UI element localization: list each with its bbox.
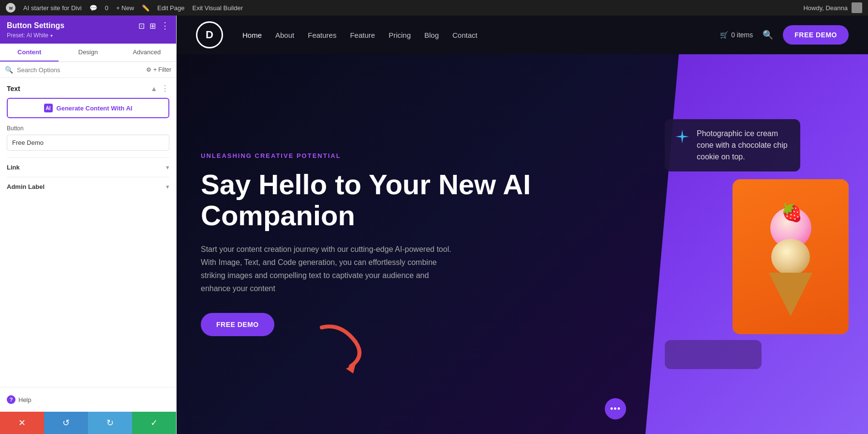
tab-advanced[interactable]: Advanced [118,44,176,62]
settings-sidebar: Button Settings ⊡ ⊞ ⋮ Preset: AI White ▾… [0,16,177,434]
content-area: D Home About Features Feature Pricing Bl… [177,16,868,434]
search-area: 🔍 ⚙ + Filter [0,62,176,78]
settings-tabs: Content Design Advanced [0,44,176,62]
help-label[interactable]: Help [18,396,31,403]
admin-label-section: Admin Label ▾ [7,177,169,196]
tab-content[interactable]: Content [0,44,59,62]
ai-tooltip: Photographic ice cream cone with a choco… [665,119,800,171]
cart-icon: 🛒 [720,31,728,39]
hero-tagline: UNLEASHING CREATIVE POTENTIAL [201,152,621,159]
site-navigation: D Home About Features Feature Pricing Bl… [177,16,868,54]
hero-title: Say Hello to Your New AI Companion [201,169,621,231]
wp-admin-bar: W AI starter site for Divi 💬 0 + New ✏️ … [0,0,868,16]
edit-page-icon: ✏️ [142,4,150,12]
site-name[interactable]: AI starter site for Divi [23,4,82,12]
preset-chevron-icon: ▾ [50,33,53,38]
text-section-header: Text ▲ ⋮ [7,84,169,93]
user-avatar [852,2,862,13]
bottom-placeholder-card [665,340,762,369]
hero-right: Photographic ice cream cone with a choco… [645,54,868,434]
new-button[interactable]: + New [116,4,134,12]
link-section-header[interactable]: Link ▾ [7,164,169,171]
nav-blog[interactable]: Blog [424,31,439,39]
strawberry-icon: 🍓 [781,202,803,223]
user-menu[interactable]: Howdy, Deanna [803,2,862,13]
preset-selector[interactable]: Preset: AI White ▾ [7,32,169,39]
arrow-decoration [312,318,370,376]
ai-tooltip-text: Photographic ice cream cone with a choco… [697,128,791,163]
hero-section: UNLEASHING CREATIVE POTENTIAL Say Hello … [177,54,868,434]
button-field-group: Button [7,125,169,157]
undo-icon: ↺ [62,418,70,428]
text-section-title: Text [7,85,20,93]
nav-links: Home About Features Feature Pricing Blog… [242,31,720,39]
nav-pricing[interactable]: Pricing [389,31,411,39]
search-icon[interactable]: 🔍 [763,30,773,40]
cancel-button[interactable]: ✕ [0,412,44,434]
wp-logo-icon[interactable]: W [6,3,15,13]
svg-text:W: W [9,6,13,11]
floating-menu-button[interactable]: ••• [605,398,626,419]
comment-count[interactable]: 0 [105,4,108,12]
admin-label-header[interactable]: Admin Label ▾ [7,183,169,190]
sidebar-header: Button Settings ⊡ ⊞ ⋮ Preset: AI White ▾ [0,16,176,44]
nav-right: 🛒 0 items 🔍 FREE DEMO [720,25,849,45]
link-section: Link ▾ [7,157,169,177]
button-text-input[interactable] [7,135,169,151]
resize-icon[interactable]: ⊡ [138,21,145,31]
layout-icon[interactable]: ⊞ [150,21,156,31]
confirm-button[interactable]: ✓ [132,412,176,434]
tab-design[interactable]: Design [59,44,117,62]
nav-feature[interactable]: Feature [350,31,375,39]
search-icon: 🔍 [5,66,13,74]
ice-cream-card: 🍓 [733,179,849,334]
cancel-icon: ✕ [18,418,26,428]
redo-button[interactable]: ↻ [88,412,132,434]
howdy-label: Howdy, Deanna [803,4,848,12]
free-demo-nav-button[interactable]: FREE DEMO [783,25,849,45]
search-input[interactable] [17,66,142,74]
bottom-action-bar: ✕ ↺ ↻ ✓ [0,412,176,434]
site-logo[interactable]: D [196,21,223,48]
hero-description: Start your content creation journey with… [201,243,452,295]
undo-button[interactable]: ↺ [44,412,88,434]
hero-left: UNLEASHING CREATIVE POTENTIAL Say Hello … [177,54,645,434]
text-section-collapse-icon[interactable]: ▲ [150,85,157,93]
admin-label-title: Admin Label [7,183,45,190]
exit-builder-button[interactable]: Exit Visual Builder [192,4,243,12]
cart-button[interactable]: 🛒 0 items [720,31,753,39]
filter-icon: ⚙ [146,66,151,73]
header-icon-group: ⊡ ⊞ ⋮ [138,20,169,31]
admin-label-chevron-icon: ▾ [166,183,169,190]
text-section-options-icon[interactable]: ⋮ [161,84,169,93]
nav-about[interactable]: About [275,31,294,39]
nav-contact[interactable]: Contact [452,31,478,39]
ai-star-icon [674,129,690,148]
button-field-label: Button [7,125,169,132]
ai-icon: AI [44,104,53,112]
edit-page-button[interactable]: Edit Page [157,4,184,12]
cart-count: 0 items [731,31,753,39]
help-section: ? Help [0,387,176,412]
help-icon: ? [7,395,15,404]
more-options-icon[interactable]: ⋮ [161,20,169,31]
nav-home[interactable]: Home [242,31,262,39]
filter-button[interactable]: ⚙ + Filter [146,66,171,73]
hero-card: Photographic ice cream cone with a choco… [655,109,858,379]
dots-icon: ••• [610,404,621,414]
nav-features[interactable]: Features [308,31,336,39]
sidebar-content: Text ▲ ⋮ AI Generate Content With AI But… [0,78,176,387]
sidebar-title: Button Settings [7,21,64,30]
hero-cta-button[interactable]: FREE DEMO [201,313,274,336]
link-section-title: Link [7,164,20,171]
confirm-icon: ✓ [150,418,158,428]
link-section-chevron-icon: ▾ [166,164,169,171]
preset-label: Preset: AI White [7,32,48,39]
redo-icon: ↻ [106,418,114,428]
comment-icon: 💬 [90,4,97,12]
generate-ai-button[interactable]: AI Generate Content With AI [7,98,169,118]
